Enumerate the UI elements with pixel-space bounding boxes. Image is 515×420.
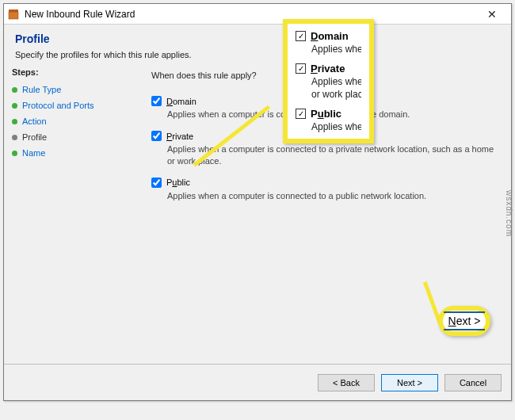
step-name[interactable]: Name [12,145,129,161]
step-label: Protocol and Ports [22,101,94,110]
step-label: Name [22,148,45,158]
step-protocol-ports[interactable]: Protocol and Ports [12,97,129,113]
window-title: New Inbound Rule Wizard [25,9,476,20]
steps-sidebar: Steps: Rule Type Protocol and Ports Acti… [4,63,137,380]
callout-domain-label: Domain [311,30,349,42]
step-label: Action [22,116,47,126]
svg-rect-0 [9,12,18,19]
checkmark-icon: ✓ [296,63,306,74]
step-bullet-icon [12,87,17,93]
callout-next: Next > [438,306,490,336]
titlebar: New Inbound Rule Wizard ✕ [4,4,511,25]
page-title: Profile [15,32,500,45]
callout-profiles: ✓ Domain Applies when ✓ Private Applies … [283,19,374,143]
public-checkbox[interactable] [151,178,162,188]
page-subtitle: Specify the profiles for which this rule… [15,50,500,59]
footer: < Back Next > Cancel [4,364,511,400]
public-label: Public [166,178,190,187]
step-bullet-icon [12,151,17,156]
public-desc: Applies when a computer is connected to … [167,190,497,201]
step-rule-type[interactable]: Rule Type [12,82,129,97]
callout-public-label: Public [311,108,341,120]
step-label: Rule Type [22,85,61,94]
back-button[interactable]: < Back [318,374,375,391]
step-label: Profile [22,132,47,142]
close-button[interactable]: ✕ [476,4,508,24]
step-profile[interactable]: Profile [12,129,129,145]
checkmark-icon: ✓ [296,109,306,119]
watermark: wsxdn.com [505,190,513,237]
step-action[interactable]: Action [12,113,129,129]
callout-next-label: Next > [444,311,486,330]
step-bullet-icon [12,135,17,140]
callout-domain-desc: Applies when [311,44,361,55]
domain-checkbox[interactable] [151,96,162,106]
steps-label: Steps: [12,67,129,77]
domain-label: Domain [166,97,196,106]
private-checkbox[interactable] [151,131,162,141]
app-icon [7,8,20,21]
header: Profile Specify the profiles for which t… [4,25,511,63]
wizard-dialog: New Inbound Rule Wizard ✕ Profile Specif… [3,3,512,401]
checkmark-icon: ✓ [296,31,306,41]
cancel-button[interactable]: Cancel [444,374,502,391]
callout-private-label: Private [311,63,345,74]
callout-public-desc: Applies when [311,121,361,132]
next-button[interactable]: Next > [381,374,438,391]
private-label: Private [166,132,193,141]
callout-private-desc2: or work place [311,89,361,100]
step-bullet-icon [12,103,17,109]
step-bullet-icon [12,119,17,124]
svg-rect-1 [9,10,18,12]
profile-public-row: Public Applies when a computer is connec… [151,178,497,201]
callout-private-desc: Applies when [311,76,361,87]
